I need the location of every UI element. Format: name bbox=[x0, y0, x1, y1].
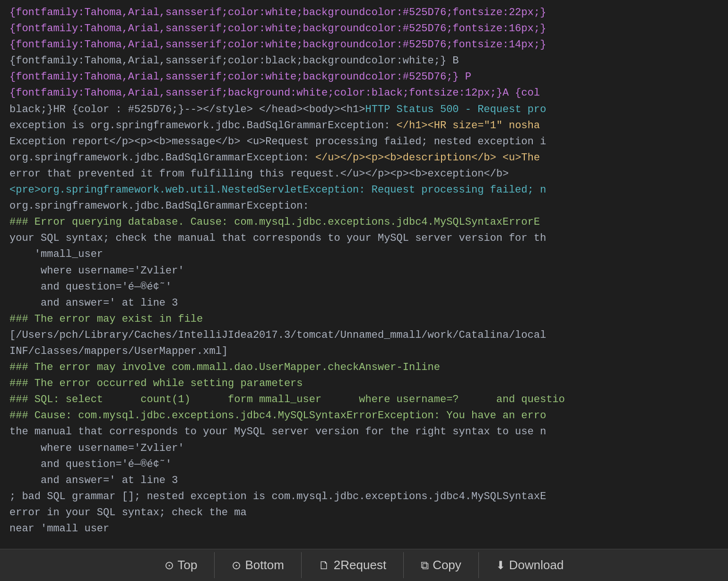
code-line: the manual that corresponds to your MySQ… bbox=[9, 424, 719, 440]
code-line: error in your SQL syntax; check the ma bbox=[9, 505, 719, 521]
code-line: [/Users/pch/Library/Caches/IntelliJIdea2… bbox=[9, 327, 719, 343]
copy-button[interactable]: ⧉ Copy bbox=[404, 552, 479, 578]
code-line: ### The error may involve com.mmall.dao.… bbox=[9, 360, 719, 376]
code-line: and answer=' at line 3 bbox=[9, 473, 719, 489]
bottom-icon: ⊙ bbox=[232, 559, 241, 572]
code-line: org.springframework.jdbc.BadSqlGrammarEx… bbox=[9, 150, 719, 166]
code-line: exception is org.springframework.jdbc.Ba… bbox=[9, 118, 719, 134]
code-line: ; bad SQL grammar []; nested exception i… bbox=[9, 489, 719, 505]
code-line: where username='Zvlier' bbox=[9, 263, 719, 279]
top-label: Top bbox=[178, 558, 198, 572]
code-line: ### Error querying database. Cause: com.… bbox=[9, 214, 719, 230]
request-button[interactable]: 🗋 2Request bbox=[302, 552, 404, 578]
code-line: and question='é—®é¢˜' bbox=[9, 279, 719, 295]
code-line: INF/classes/mappers/UserMapper.xml] bbox=[9, 343, 719, 360]
code-line: <pre>org.springframework.web.util.Nested… bbox=[9, 182, 719, 198]
code-line: org.springframework.jdbc.BadSqlGrammarEx… bbox=[9, 198, 719, 214]
top-icon: ⊙ bbox=[165, 559, 174, 572]
request-label: 2Request bbox=[334, 558, 386, 572]
code-line: 'mmall_user bbox=[9, 246, 719, 263]
download-icon: ⬇ bbox=[496, 559, 505, 572]
request-icon: 🗋 bbox=[319, 559, 330, 572]
code-line: ### Cause: com.mysql.jdbc.exceptions.jdb… bbox=[9, 408, 719, 424]
copy-icon: ⧉ bbox=[421, 559, 429, 572]
code-line: {fontfamily:Tahoma,Arial,sansserif;color… bbox=[9, 5, 719, 21]
bottom-label: Bottom bbox=[245, 558, 284, 572]
code-line: and question='é—®é¢˜' bbox=[9, 457, 719, 473]
code-line: {fontfamily:Tahoma,Arial,sansserif;backg… bbox=[9, 85, 719, 101]
code-line: where username='Zvlier' bbox=[9, 440, 719, 457]
code-line: black;}HR {color : #525D76;}--></style> … bbox=[9, 102, 719, 118]
code-line: {fontfamily:Tahoma,Arial,sansserif;color… bbox=[9, 69, 719, 85]
download-label: Download bbox=[509, 558, 564, 572]
top-button[interactable]: ⊙ Top bbox=[147, 552, 215, 578]
copy-label: Copy bbox=[433, 558, 461, 572]
code-line: error that prevented it from fulfilling … bbox=[9, 166, 719, 182]
bottom-toolbar: ⊙ Top ⊙ Bottom 🗋 2Request ⧉ Copy ⬇ Downl… bbox=[0, 549, 728, 581]
code-line: ### The error occurred while setting par… bbox=[9, 376, 719, 392]
code-line: and answer=' at line 3 bbox=[9, 295, 719, 311]
code-line: {fontfamily:Tahoma,Arial,sansserif;color… bbox=[9, 53, 719, 69]
download-button[interactable]: ⬇ Download bbox=[479, 552, 581, 578]
code-line: near 'mmall user bbox=[9, 521, 719, 537]
bottom-button[interactable]: ⊙ Bottom bbox=[215, 552, 301, 578]
content-area: {fontfamily:Tahoma,Arial,sansserif;color… bbox=[0, 0, 728, 549]
code-line: ### The error may exist in file bbox=[9, 311, 719, 327]
code-line: Exception report</p><p><b>message</b> <u… bbox=[9, 134, 719, 150]
code-line: {fontfamily:Tahoma,Arial,sansserif;color… bbox=[9, 21, 719, 37]
code-line: {fontfamily:Tahoma,Arial,sansserif;color… bbox=[9, 37, 719, 53]
code-line: ### SQL: select count(1) form mmall_user… bbox=[9, 392, 719, 408]
code-line: your SQL syntax; check the manual that c… bbox=[9, 230, 719, 246]
